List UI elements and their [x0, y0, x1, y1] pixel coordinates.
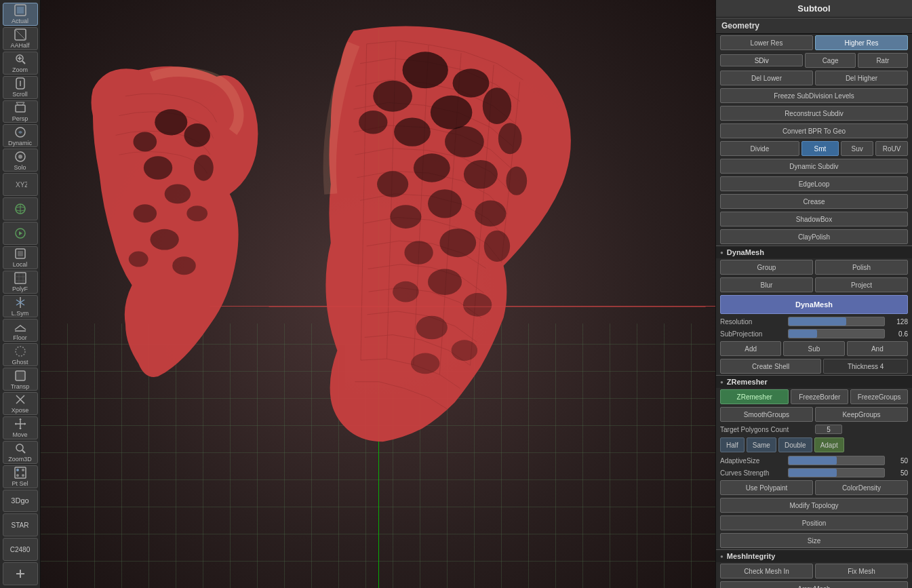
tool-transp[interactable]: Transp [3, 368, 38, 391]
group-button[interactable]: Group [720, 260, 813, 275]
freeze-subdiv-button[interactable]: Freeze SubDivision Levels [720, 88, 908, 103]
tool-persp[interactable]: Persp [3, 100, 38, 123]
tool-actual[interactable]: Actual [3, 3, 38, 26]
higher-res-button[interactable]: Higher Res [815, 35, 908, 50]
tool-zoom[interactable]: Zoom [3, 52, 38, 75]
dynamesh-section-divider[interactable]: DynaMesh [716, 246, 912, 258]
half-button[interactable]: Half [720, 437, 745, 452]
freeze-groups-button[interactable]: FreezeGroups [850, 389, 908, 404]
and-button[interactable]: And [847, 341, 908, 356]
double-button[interactable]: Double [778, 437, 812, 452]
tool-lsym[interactable]: L.Sym [3, 295, 38, 318]
resolution-value: 128 [888, 318, 908, 326]
tool-c2480[interactable]: C2480 [3, 538, 38, 561]
check-mesh-in-button[interactable]: Check Mesh In [720, 564, 813, 579]
svg-point-49 [394, 117, 431, 146]
adaptive-size-slider[interactable] [788, 456, 885, 465]
divide-button[interactable]: Divide [720, 141, 799, 156]
crease-button[interactable]: Crease [720, 194, 908, 209]
curves-strength-slider[interactable] [788, 468, 885, 477]
3d-model [41, 0, 715, 588]
modify-topology-button[interactable]: Modify Topology [720, 498, 908, 513]
main-viewport[interactable] [41, 0, 715, 588]
tool-solo[interactable]: Solo [3, 149, 38, 172]
tool-gyro[interactable] [3, 197, 38, 220]
tool-dynamic[interactable]: Dynamic [3, 124, 38, 147]
tool-ptsel[interactable]: Pt Sel [3, 465, 38, 488]
subprojection-label: SubProjection [720, 330, 788, 338]
curves-strength-row: Curves Strength 50 [716, 467, 912, 479]
curves-strength-value: 50 [888, 469, 908, 477]
zremesher-freeze-row: ZRemesher FreezeBorder FreezeGroups [716, 388, 912, 406]
tool-scroll[interactable]: Scroll [3, 76, 38, 99]
geometry-header: Geometry [716, 18, 912, 34]
dynamesh-button[interactable]: DynaMesh [720, 295, 908, 314]
shadowbox-button[interactable]: ShadowBox [720, 212, 908, 227]
tool-star[interactable]: STAR [3, 513, 38, 536]
tool-aahalf[interactable]: AAHalf [3, 27, 38, 50]
convert-bpr-button[interactable]: Convert BPR To Geo [720, 123, 908, 138]
edgeloop-row: EdgeLoop [716, 175, 912, 193]
use-polypaint-button[interactable]: Use Polypaint [720, 480, 813, 495]
add-button[interactable]: Add [720, 341, 781, 356]
del-higher-button[interactable]: Del Higher [815, 71, 908, 85]
tool-3dgo[interactable]: 3Dgo [3, 490, 38, 513]
smooth-groups-button[interactable]: SmoothGroups [720, 407, 813, 422]
svg-point-67 [452, 340, 477, 361]
claypolish-button[interactable]: ClayPolish [720, 229, 908, 244]
convert-bpr-row: Convert BPR To Geo [716, 122, 912, 140]
ratr-button[interactable]: Ratr [858, 53, 908, 68]
mesh-integrity-section-divider[interactable]: MeshIntegrity [716, 549, 912, 562]
project-button[interactable]: Project [815, 277, 908, 292]
size-button[interactable]: Size [720, 533, 908, 548]
subprojection-slider[interactable] [788, 329, 885, 338]
fix-mesh-button[interactable]: Fix Mesh [815, 564, 908, 579]
smt-button[interactable]: Smt [801, 141, 839, 156]
right-panel: Subtool Geometry Lower Res Higher Res SD… [715, 0, 912, 588]
freeze-border-button[interactable]: FreezeBorder [791, 389, 848, 404]
blur-button[interactable]: Blur [720, 277, 813, 292]
svg-point-36 [144, 156, 172, 180]
polish-button[interactable]: Polish [815, 260, 908, 275]
svg-point-52 [359, 111, 387, 134]
tool-plus[interactable] [3, 562, 38, 585]
adapt-button[interactable]: Adapt [814, 437, 844, 452]
svg-point-50 [445, 126, 484, 157]
lower-res-button[interactable]: Lower Res [720, 35, 813, 50]
array-mesh-button[interactable]: ArrayMesh [720, 581, 908, 588]
edgeloop-button[interactable]: EdgeLoop [720, 176, 908, 191]
svg-rect-20 [15, 273, 26, 283]
same-button[interactable]: Same [747, 437, 776, 452]
tool-ghost[interactable]: Ghost [3, 343, 38, 366]
cage-button[interactable]: Cage [805, 53, 855, 68]
tool-polyf[interactable]: PolyF [3, 271, 38, 294]
tool-floor[interactable]: Floor [3, 319, 38, 342]
curves-strength-label: Curves Strength [720, 469, 788, 477]
tool-zoom3d[interactable]: Zoom3D [3, 441, 38, 464]
zremesher-button[interactable]: ZRemesher [720, 389, 789, 404]
color-density-button[interactable]: ColorDensity [815, 480, 908, 495]
keep-groups-button[interactable]: KeepGroups [815, 407, 908, 422]
subprojection-row: SubProjection 0.6 [716, 328, 912, 340]
del-lower-button[interactable]: Del Lower [720, 71, 813, 85]
target-polygons-value[interactable]: 5 [815, 425, 842, 434]
position-button[interactable]: Position [720, 515, 908, 530]
rouv-button[interactable]: RoUV [875, 141, 908, 156]
tool-xpose[interactable]: Xpose [3, 392, 38, 415]
svg-point-53 [414, 153, 450, 182]
suv-button[interactable]: Suv [841, 141, 873, 156]
sub-button[interactable]: Sub [783, 341, 844, 356]
zremesher-section-divider[interactable]: ZRemesher [716, 375, 912, 388]
resolution-slider[interactable] [788, 317, 885, 326]
tool-local[interactable]: Local [3, 246, 38, 269]
tool-arrow[interactable] [3, 222, 38, 245]
dynamic-subdiv-button[interactable]: Dynamic Subdiv [720, 159, 908, 174]
svg-point-28 [22, 469, 24, 471]
svg-rect-26 [15, 467, 26, 478]
tool-xyz[interactable]: XYZ [3, 173, 38, 196]
tool-move[interactable]: Move [3, 416, 38, 439]
create-shell-button[interactable]: Create Shell [720, 359, 821, 374]
svg-point-39 [134, 204, 157, 222]
sdiv-slider[interactable]: SDiv [720, 54, 803, 66]
reconstruct-subdiv-button[interactable]: Reconstruct Subdiv [720, 106, 908, 121]
